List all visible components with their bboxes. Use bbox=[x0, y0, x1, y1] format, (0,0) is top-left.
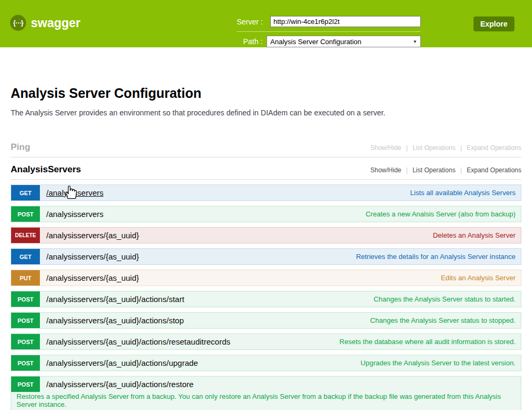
operation-path-link[interactable]: /analysisservers/{as_uuid}/actions/stop bbox=[46, 316, 184, 325]
operation-path-link[interactable]: /analysisservers/{as_uuid}/actions/resto… bbox=[46, 380, 194, 389]
operation-path-link[interactable]: /analysisservers/{as_uuid} bbox=[46, 273, 139, 282]
http-method-badge: POST bbox=[11, 334, 40, 349]
operation-header[interactable]: GET /analysisservers Lists all available… bbox=[11, 185, 521, 200]
operation-path-link[interactable]: /analysisservers bbox=[46, 188, 104, 197]
operation-path-link[interactable]: /analysisservers/{as_uuid}/actions/start bbox=[46, 295, 184, 304]
operation-header[interactable]: POST /analysisservers/{as_uuid}/actions/… bbox=[11, 313, 521, 328]
analysisservers-list-operations-link[interactable]: List Operations bbox=[412, 166, 455, 174]
operation-header[interactable]: GET /analysisservers/{as_uuid} Retrieves… bbox=[11, 249, 521, 264]
operation-row: POST /analysisservers/{as_uuid}/actions/… bbox=[11, 291, 521, 307]
section-ping: Ping Show/Hide | List Operations | Expan… bbox=[11, 142, 521, 153]
operation-path-link[interactable]: /analysisservers/{as_uuid}/actions/reset… bbox=[46, 337, 230, 346]
analysisservers-show-hide-link[interactable]: Show/Hide bbox=[370, 166, 401, 174]
operation-summary-link[interactable]: Upgrades the Analysis Server to the late… bbox=[361, 359, 516, 367]
chevron-down-icon: ▼ bbox=[413, 39, 417, 44]
divider: | bbox=[460, 144, 462, 152]
operation-summary-link[interactable]: Resets the database where all audit info… bbox=[339, 338, 516, 346]
operation-row: GET /analysisservers Lists all available… bbox=[11, 185, 521, 201]
operation-path-link[interactable]: /analysisservers/{as_uuid} bbox=[46, 252, 139, 261]
operation-summary-link[interactable]: Edits an Analysis Server bbox=[441, 274, 516, 282]
server-input[interactable] bbox=[270, 16, 421, 27]
operation-path-link[interactable]: /analysisservers/{as_uuid}/actions/upgra… bbox=[46, 358, 198, 367]
operation-row: POST /analysisservers/{as_uuid}/actions/… bbox=[11, 333, 521, 350]
path-select[interactable]: Analysis Server Configuration ▼ bbox=[267, 36, 421, 47]
operation-summary-link[interactable]: Creates a new Analsis Server (also from … bbox=[365, 210, 516, 218]
ping-list-operations-link[interactable]: List Operations bbox=[412, 144, 455, 152]
operation-summary-link[interactable]: Changes the Analysis Server status to st… bbox=[370, 316, 516, 324]
http-method-badge: POST bbox=[11, 313, 40, 328]
divider bbox=[11, 179, 521, 180]
operation-path-link[interactable]: /analysisservers/{as_uuid} bbox=[46, 231, 139, 240]
divider bbox=[11, 157, 521, 157]
divider: | bbox=[406, 144, 408, 152]
explore-button[interactable]: Explore bbox=[473, 16, 514, 31]
operations-list: GET /analysisservers Lists all available… bbox=[11, 185, 521, 410]
operation-row: POST /analysisservers/{as_uuid}/actions/… bbox=[11, 355, 521, 371]
operation-path-link[interactable]: /analysisservers bbox=[46, 210, 104, 219]
operation-summary-link[interactable]: Changes the Analysis Server status to st… bbox=[373, 295, 516, 303]
operation-summary-link[interactable]: Lists all available Analysis Servers bbox=[410, 189, 516, 197]
section-title-ping: Ping bbox=[11, 142, 30, 153]
operation-header[interactable]: POST /analysisservers/{as_uuid}/actions/… bbox=[11, 291, 521, 307]
http-method-badge: DELETE bbox=[11, 228, 40, 243]
header-banner: {⋯} swagger Server : Path : Analysis Ser… bbox=[0, 0, 532, 47]
http-method-badge: GET bbox=[11, 249, 40, 264]
operation-row: POST /analysisservers/{as_uuid}/actions/… bbox=[11, 312, 521, 329]
operation-header[interactable]: POST /analysisservers/{as_uuid}/actions/… bbox=[11, 376, 521, 392]
page-title: Analysis Server Configuration bbox=[11, 86, 521, 101]
page-description: The Analysis Server provides an environm… bbox=[11, 108, 521, 117]
http-method-badge: POST bbox=[11, 206, 40, 222]
section-analysisservers: AnalysisServers Show/Hide | List Operati… bbox=[11, 164, 521, 175]
http-method-badge: POST bbox=[11, 376, 40, 392]
swagger-braces-icon: {⋯} bbox=[10, 15, 26, 31]
operation-summary-link[interactable]: Deletes an Analysis Server bbox=[433, 231, 516, 239]
header-form: Server : Path : Analysis Server Configur… bbox=[237, 16, 421, 47]
analysisservers-expand-operations-link[interactable]: Expand Operations bbox=[467, 166, 521, 174]
operation-row: POST /analysisservers Creates a new Anal… bbox=[11, 206, 521, 222]
http-method-badge: PUT bbox=[11, 270, 40, 286]
http-method-badge: POST bbox=[11, 291, 40, 307]
operation-header[interactable]: POST /analysisservers/{as_uuid}/actions/… bbox=[11, 355, 521, 371]
operation-summary-link[interactable]: Retrieves the details for an Analysis Se… bbox=[356, 253, 516, 261]
section-title-analysisservers: AnalysisServers bbox=[11, 164, 81, 175]
operation-description: Restores a specified Analysis Server fro… bbox=[11, 392, 521, 410]
operation-row: GET /analysisservers/{as_uuid} Retrieves… bbox=[11, 248, 521, 265]
path-label: Path : bbox=[243, 37, 263, 46]
divider: | bbox=[406, 166, 408, 174]
http-method-badge: POST bbox=[11, 355, 40, 371]
operation-header[interactable]: POST /analysisservers Creates a new Anal… bbox=[11, 206, 521, 222]
operation-header[interactable]: PUT /analysisservers/{as_uuid} Edits an … bbox=[11, 270, 521, 286]
brand-text: swagger bbox=[31, 16, 80, 30]
operation-row: POST /analysisservers/{as_uuid}/actions/… bbox=[11, 376, 521, 410]
ping-show-hide-link[interactable]: Show/Hide bbox=[370, 144, 401, 152]
operation-row: DELETE /analysisservers/{as_uuid} Delete… bbox=[11, 227, 521, 244]
ping-expand-operations-link[interactable]: Expand Operations bbox=[467, 144, 521, 152]
server-label: Server : bbox=[237, 18, 263, 26]
http-method-badge: GET bbox=[11, 185, 40, 200]
operation-row: PUT /analysisservers/{as_uuid} Edits an … bbox=[11, 270, 521, 286]
operation-header[interactable]: POST /analysisservers/{as_uuid}/actions/… bbox=[11, 334, 521, 349]
divider: | bbox=[460, 166, 462, 174]
operation-header[interactable]: DELETE /analysisservers/{as_uuid} Delete… bbox=[11, 228, 521, 243]
main-content: Analysis Server Configuration The Analys… bbox=[0, 86, 532, 410]
path-select-value: Analysis Server Configuration bbox=[270, 38, 361, 46]
swagger-logo[interactable]: {⋯} swagger bbox=[10, 15, 80, 31]
